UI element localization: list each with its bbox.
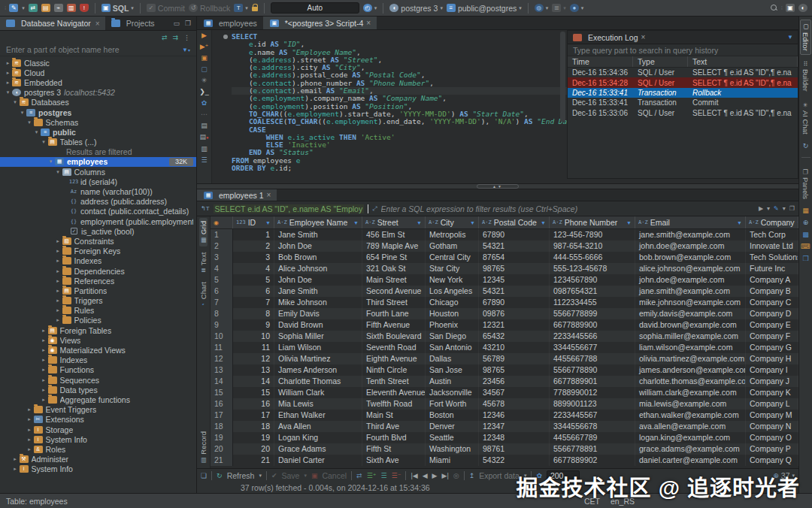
cell-postal-code[interactable]: 54321 [479,240,550,252]
cell-email[interactable]: john.doe@example.com [635,274,746,286]
tree-item-indexes[interactable]: ▸Indexes [0,355,196,365]
list-button[interactable]: ≣▾ [552,4,566,12]
grid-corner-cell[interactable]: ◉ [211,216,233,228]
row-number-cell[interactable]: 19 [211,432,233,443]
cell-employee-name[interactable]: Alice Johnson [274,263,362,274]
cell-city[interactable]: Dallas [426,353,479,364]
add-row-icon[interactable]: ☰⁺ [367,472,377,479]
cell-street[interactable]: Main Street [362,274,426,286]
panel-icon[interactable]: ❏ [201,472,207,479]
cell-email[interactable]: liam.wilson@example.com [635,342,746,353]
row-number-cell[interactable]: 18 [211,421,233,432]
filter-funnel-icon[interactable]: ▼▾ [182,47,190,53]
column-header-employee-name[interactable]: A·ZEmployee Name▼ [274,216,362,228]
tree-item-indexes[interactable]: ▸Indexes [0,256,196,266]
log-column-header-text[interactable]: Text [688,56,798,67]
cell-company[interactable]: Company O [746,432,798,443]
cell-phone-number[interactable]: 6677889901 [550,376,635,387]
column-filter-icon[interactable]: ▼ [353,220,359,225]
table-row[interactable]: 1010Sophia MillerSixth BoulevardSan Dieg… [211,331,798,342]
tree-item-databases[interactable]: ▾≋Databases [0,98,196,107]
cell-id[interactable]: 10 [233,331,274,342]
tree-chevron-icon[interactable]: ▾ [47,159,54,165]
cell-id[interactable]: 7 [233,297,274,308]
cell-postal-code[interactable]: 12347 [479,421,550,432]
tree-item-dependencies[interactable]: ▸Dependencies [0,266,196,276]
cell-email[interactable]: william.clark@example.com [635,387,746,398]
tab-editor[interactable]: ▢Editor [800,20,811,55]
cell-street[interactable]: 789 Maple Ave [362,240,426,252]
tree-item-constraints[interactable]: ▸▧Constraints [0,236,196,246]
cell-employee-name[interactable]: William Clark [274,387,362,398]
execution-log-tab[interactable]: Execution Log × ▼ [568,31,798,44]
tree-chevron-icon[interactable]: ▸ [55,288,62,294]
cell-company[interactable]: Company J [746,376,798,387]
collapse-all-icon[interactable]: ⇉ [172,34,178,41]
row-number-cell[interactable]: 3 [211,252,233,263]
cancel-button[interactable]: Cancel [322,471,347,480]
cell-city[interactable]: Seattle [426,432,479,443]
table-row[interactable]: 1919Logan KingFourth BlvdSeattle12348445… [211,432,798,443]
cell-employee-name[interactable]: Jane Smith [274,286,362,297]
cell-phone-number[interactable]: 6677889900 [550,319,635,331]
editor-scrollbar[interactable] [560,32,565,122]
cell-city[interactable]: Central City [426,252,479,263]
copy-row-icon[interactable]: ☰ [380,472,386,479]
export-data-button[interactable]: Export data [479,471,520,480]
cell-phone-number[interactable]: 3344556678 [550,421,635,432]
terminal-icon[interactable]: ❯_ [199,89,209,95]
row-number-cell[interactable]: 2 [211,240,233,252]
cell-employee-name[interactable]: Grace Adams [274,443,362,455]
tree-chevron-icon[interactable]: ▸ [55,248,62,254]
tx-filter-button[interactable]: T▾ [234,4,248,12]
tab-builder[interactable]: ⠿Builder [801,59,810,94]
cell-city[interactable]: Denver [426,421,479,432]
tree-item-triggers[interactable]: ▸Triggers [0,296,196,306]
column-header-phone-number[interactable]: A·ZPhone Number▼ [550,216,635,228]
tree-item-sequences[interactable]: ▸Sequences [0,375,196,385]
tree-chevron-icon[interactable]: ▸ [55,258,62,264]
cell-street[interactable]: Fifth Avenue [362,319,426,331]
close-icon[interactable]: × [267,191,271,199]
cell-company[interactable]: Tech Solutions [746,252,798,263]
tree-item-data-types[interactable]: ▸Data types [0,385,196,395]
tree-chevron-icon[interactable]: ▾ [33,129,40,135]
cell-id[interactable]: 6 [233,286,274,297]
log-row[interactable]: Dec-16 15:34:28SQL / UserSELECT ¶ e.id A… [568,77,798,87]
cell-company[interactable]: Company Q [746,455,798,466]
settings-gear-icon[interactable]: ✿ [201,100,208,107]
column-filter-icon[interactable]: ▼ [417,220,422,225]
close-icon[interactable]: × [366,19,371,27]
presentation-tab-grid[interactable]: ▦Grid [199,218,208,246]
status-locale[interactable]: en_RS [611,497,635,506]
cell-postal-code[interactable]: 12345 [479,274,550,286]
execute-statement-icon[interactable]: ▶ [201,32,207,39]
cell-city[interactable]: Fort Worth [426,398,479,410]
refresh-icon[interactable]: ↻ [217,472,223,479]
table-row[interactable]: 99David BrownFifth AvenuePhoenix12321667… [211,319,798,331]
tree-item-functions[interactable]: ▸Functions [0,365,196,375]
sql-file-icon[interactable]: ▥ [201,146,208,153]
cell-postal-code[interactable]: 98761 [479,443,550,455]
refresh-panel-icon[interactable]: ↻ [803,142,809,150]
cell-id[interactable]: 5 [233,274,274,286]
tree-chevron-icon[interactable]: ▾ [5,89,11,95]
tab-projects[interactable]: Projects [105,17,160,30]
lock-icon[interactable] [252,7,258,11]
column-header-city[interactable]: A·ZCity▼ [426,216,479,228]
cell-phone-number[interactable]: 987-654-3210 [550,240,635,252]
connection-selector[interactable]: ◖postgres 3▾ [389,4,443,13]
cell-phone-number[interactable]: 5566778890 [550,364,635,376]
tree-item-tables-[interactable]: ▾▤Tables (...) [0,138,196,147]
cell-email[interactable]: olivia.martinez@example.com [635,353,746,364]
cell-employee-name[interactable]: Jane Smith [274,229,362,240]
cell-city[interactable]: Boston [426,410,479,421]
cell-phone-number[interactable]: 123-456-7890 [550,229,635,240]
tree-item-storage[interactable]: ▸iStorage [0,425,196,434]
column-filter-icon[interactable]: ▼ [737,220,742,225]
explain-plan-icon[interactable]: ▢ [201,66,208,73]
cell-street[interactable]: Tenth Street [362,376,426,387]
tree-item-id-serial4-[interactable]: 123id (serial4) [0,177,196,186]
cell-employee-name[interactable]: Daniel Carter [274,455,362,466]
table-row[interactable]: 1212Olivia MartinezEighth AvenueDallas56… [211,353,798,364]
